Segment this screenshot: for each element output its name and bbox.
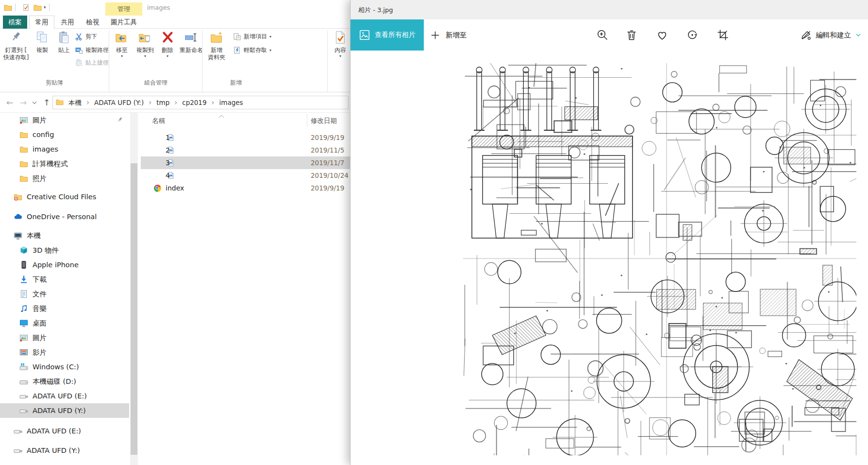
sidebar-item-1[interactable]: config — [0, 127, 129, 142]
favorite-heart-icon[interactable] — [656, 29, 668, 41]
copy-path-icon — [75, 46, 83, 54]
sidebar-item-3[interactable]: 計算機程式 — [0, 156, 129, 171]
delete-button[interactable]: 刪除 ▾ — [158, 30, 177, 58]
sidebar-item-label: ADATA UFD (E:) — [33, 392, 87, 400]
cut-button[interactable]: 剪下 — [75, 33, 97, 41]
file-name: 1 — [166, 134, 170, 141]
sidebar-item-6[interactable]: OneDrive - Personal — [0, 209, 129, 224]
breadcrumb-item[interactable]: cp2019 — [181, 99, 207, 106]
breadcrumb-item[interactable]: images — [218, 99, 244, 106]
desktop-icon — [19, 319, 28, 327]
sidebar-item-20[interactable]: ADATA UFD (E:) — [0, 424, 129, 438]
new-folder-button[interactable]: 新增 資料夾 — [204, 30, 229, 61]
file-row-1[interactable]: 12019/9/19 — [141, 131, 350, 144]
sidebar-item-13[interactable]: 桌面 — [0, 316, 129, 330]
check-document-icon — [22, 4, 30, 11]
sidebar-item-10[interactable]: 下載 — [0, 272, 129, 287]
hard-drive-icon — [19, 377, 28, 386]
column-header-name[interactable]: 名稱 — [152, 117, 165, 125]
sidebar-item-16[interactable]: Windows (C:) — [0, 360, 129, 374]
up-button[interactable]: ↑ — [41, 92, 52, 113]
photo-viewer[interactable] — [463, 63, 856, 455]
file-row-4[interactable]: 42019/10/24 — [141, 169, 350, 182]
folder-icon — [19, 145, 28, 154]
copy-button[interactable]: 複製 — [31, 30, 53, 54]
easy-access-button[interactable]: 輕鬆存取 ▾ — [233, 46, 271, 54]
sidebar-item-label: 影片 — [33, 348, 47, 357]
breadcrumb-separator-icon[interactable]: › — [145, 98, 155, 107]
tab-view[interactable]: 檢視 — [81, 16, 105, 29]
file-modified-date: 2019/11/7 — [311, 159, 349, 167]
file-row-3[interactable]: 32019/11/7 — [141, 156, 350, 169]
properties-icon — [333, 30, 348, 45]
sidebar-item-21[interactable]: ADATA UFD (Y:) — [0, 443, 129, 458]
desktop: ▾ images 管理 檔案 常用 共用 檢視 圖片工具 釘選到 [ 快速存取]… — [0, 0, 868, 465]
new-item-button[interactable]: 新增項目 ▾ — [233, 33, 271, 41]
sidebar-item-19[interactable]: ADATA UFD (Y:) — [0, 403, 129, 418]
rename-button[interactable]: 重新命名 — [178, 30, 205, 54]
crop-icon[interactable] — [717, 29, 729, 41]
add-to-button[interactable]: 新增至 — [430, 19, 467, 51]
sidebar-item-2[interactable]: images — [0, 142, 129, 156]
zoom-in-icon[interactable] — [596, 29, 609, 41]
delete-icon[interactable] — [625, 29, 638, 41]
dropdown-caret-icon: ▾ — [167, 54, 168, 58]
sidebar-item-4[interactable]: 照片 — [0, 171, 129, 186]
recent-locations-caret[interactable] — [30, 92, 39, 113]
column-headers: 名稱 修改日期 — [141, 113, 350, 127]
tab-share[interactable]: 共用 — [55, 16, 80, 29]
back-button[interactable]: ← — [4, 92, 16, 113]
qat-customize-caret[interactable]: ▾ — [44, 5, 46, 10]
qat-properties-button[interactable] — [22, 4, 30, 11]
pin-to-quick-access-button[interactable]: 釘選到 [ 快速存取] — [2, 30, 30, 61]
sidebar-item-5[interactable]: @Creative Cloud Files — [0, 189, 129, 204]
see-all-photos-button[interactable]: 查看所有相片 — [351, 19, 424, 51]
rotate-icon[interactable] — [686, 29, 699, 41]
tab-home[interactable]: 常用 — [29, 16, 54, 29]
breadcrumb-item[interactable]: tmp — [155, 99, 170, 106]
sidebar-item-8[interactable]: 3D 物件 — [0, 243, 129, 258]
breadcrumb-separator-icon[interactable]: › — [83, 98, 93, 107]
file-row-2[interactable]: 22019/11/5 — [141, 144, 350, 156]
column-divider[interactable] — [307, 114, 307, 126]
sidebar-item-15[interactable]: 影片 — [0, 345, 129, 360]
scrollbar-thumb[interactable] — [131, 163, 137, 455]
sidebar-item-label: 3D 物件 — [33, 246, 59, 255]
download-arrow-icon — [19, 275, 28, 284]
sidebar-scrollbar[interactable] — [130, 113, 138, 465]
paste-shortcut-icon — [75, 59, 83, 67]
tab-file[interactable]: 檔案 — [3, 16, 27, 29]
sidebar-item-0[interactable]: 圖片 — [0, 113, 129, 127]
breadcrumb[interactable]: 本機›ADATA UFD (Y:)›tmp›cp2019›images — [52, 96, 349, 109]
edit-and-create-button[interactable]: 編輯和建立 — [801, 19, 863, 51]
column-header-date[interactable]: 修改日期 — [311, 117, 337, 125]
copy-to-button[interactable]: 複製到 ▾ — [133, 30, 157, 58]
contextual-tab-group: 管理 — [105, 2, 142, 16]
ribbon: 釘選到 [ 快速存取] 複製 貼上 剪下 複製路徑 貼上捷徑 — [0, 29, 350, 79]
forward-button[interactable]: → — [17, 92, 29, 113]
sidebar-item-14[interactable]: 圖片 — [0, 330, 129, 345]
properties-button[interactable]: 內容 ▾ — [329, 30, 351, 58]
tab-picture-tools[interactable]: 圖片工具 — [106, 16, 142, 29]
breadcrumb-separator-icon[interactable]: › — [170, 98, 181, 107]
paste-shortcut-button[interactable]: 貼上捷徑 — [75, 59, 109, 67]
sidebar-item-18[interactable]: ADATA UFD (E:) — [0, 389, 129, 403]
sidebar-item-9[interactable]: Apple iPhone — [0, 258, 129, 272]
file-name: index — [166, 184, 184, 192]
breadcrumb-item[interactable]: ADATA UFD (Y:) — [93, 99, 145, 106]
sidebar-item-7[interactable]: 本機 — [0, 228, 129, 243]
sidebar-item-label: images — [33, 145, 58, 153]
move-to-button[interactable]: 移至 ▾ — [111, 30, 133, 58]
paste-button[interactable]: 貼上 — [53, 30, 75, 54]
breadcrumb-separator-icon[interactable]: › — [208, 98, 218, 107]
file-explorer-window: ▾ images 管理 檔案 常用 共用 檢視 圖片工具 釘選到 [ 快速存取]… — [0, 0, 350, 465]
copy-path-button[interactable]: 複製路徑 — [75, 46, 109, 54]
qat-newfolder-button[interactable] — [33, 4, 42, 11]
breadcrumb-item[interactable]: 本機 — [67, 99, 83, 106]
file-row-index[interactable]: index2019/9/19 — [141, 182, 350, 194]
sidebar-item-11[interactable]: 文件 — [0, 287, 129, 301]
photos-titlebar[interactable]: 相片 - 3.jpg — [351, 0, 868, 19]
dropdown-caret-icon: ▾ — [339, 54, 341, 58]
sidebar-item-17[interactable]: 本機磁碟 (D:) — [0, 374, 129, 389]
sidebar-item-12[interactable]: 音樂 — [0, 301, 129, 316]
